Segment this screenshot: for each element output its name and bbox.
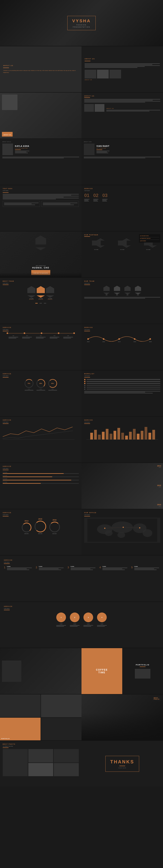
partner-name-1: LAST NAME — [92, 249, 101, 250]
slide-our-partner: OUR PARTNER LAST NAME LAST NAME LAST — [81, 231, 163, 277]
partner-hex-2 — [118, 238, 127, 248]
partner-hex-1 — [92, 238, 101, 248]
team-3-role: ART DIRECTION — [46, 299, 54, 300]
world-map — [87, 519, 157, 542]
about-us-label-left: ABOUT US — [3, 134, 11, 135]
slide-row-timeline: SERVICE Lorem Ipsum 2010 2012 — [0, 324, 163, 370]
service-progress-sublabel: Lorem Ipsum — [3, 468, 79, 469]
partner-name-2: LAST NAME — [118, 249, 127, 250]
circle-3-label: Lorem — [48, 389, 57, 390]
service-donut-label: SERVICE — [3, 512, 79, 513]
portfolio-cell-2 — [41, 694, 81, 717]
orange-circle-label-2: Lorem — [70, 623, 80, 624]
donut-3 — [49, 522, 60, 532]
item-title-2: Lorem — [39, 566, 64, 567]
slide-service-progress: SERVICE Lorem Ipsum Lorem Ipsum Lorem Ip… — [0, 463, 81, 509]
line-chart-left — [3, 425, 75, 440]
slide-cover: VYSHA FASHION PRESENTATION — [0, 0, 163, 46]
progress-item-4-label: Lorem Ipsum — [3, 482, 79, 483]
slide-service-line-left: SERVICE Lorem Ipsum — [0, 417, 81, 463]
svg-point-3 — [134, 338, 135, 340]
svg-rect-16 — [106, 429, 108, 439]
about-us-2-tag: ABOUT US — [106, 108, 160, 109]
slide-service-orange-circles: SERVICE Lorem Ipsum 1 Lorem 2 Lorem 3 Lo… — [0, 602, 163, 648]
service-num-3: 03 — [102, 193, 108, 198]
our-team-label: OUR TEAM — [84, 280, 160, 282]
slide-row-linecharts: SERVICE Lorem Ipsum SERVICE Lorem Ipsum — [0, 417, 163, 463]
portfolio-cell-4 — [41, 718, 81, 741]
donut-year-2: 2015 — [34, 518, 46, 520]
slide-row-textbox-service: TEXT BOX Lorem Ipsum SERVICE L — [0, 185, 163, 231]
svg-rect-25 — [141, 431, 143, 439]
slide-coffee-portfolio-right: COFFEE TIME PORTFOLIO — [81, 648, 163, 694]
orange-circle-label-4: Lorem — [97, 623, 107, 624]
vian-name: VIAN RADIT — [97, 145, 109, 147]
slide-profile-vian: ABOUT VIAN VIAN RADIT ART DIRECTOR — [81, 139, 163, 185]
slide-service-timeline-right: SERVICE Lorem Ipsum 2010 2012 2014 2016 … — [81, 324, 163, 370]
svg-point-2 — [118, 338, 120, 340]
vian-role: ART DIRECTOR — [97, 148, 109, 149]
orange-circle-label-3: Lorem — [83, 623, 93, 624]
svg-rect-28 — [152, 430, 155, 439]
service-timeline-label-l: SERVICE — [3, 327, 79, 328]
svg-point-4 — [150, 338, 151, 340]
worklist-label: WORKLIST — [84, 373, 160, 374]
slide-husnia: ART DIRECTION HUSNIA. CHO HIRE ME TO NAV… — [0, 231, 81, 277]
office-sublabel: Lorem Ipsum — [84, 514, 160, 515]
our-team-sublabel: Lorem Ipsum — [84, 283, 160, 284]
timeline-item-1: 2010 — [8, 335, 18, 336]
item-title-5: Lorem — [134, 566, 159, 567]
slide-row-teams: BEST TEAM Lorem Ipsum OUR NAME ART DIREC… — [0, 278, 163, 324]
svg-text:2018: 2018 — [149, 341, 152, 342]
svg-rect-26 — [144, 427, 147, 439]
svg-rect-12 — [90, 433, 93, 439]
partner-item-3: ▶ BEST BRAND — [140, 240, 159, 241]
slide-service-numbers: SERVICE Lorem Ipsum 01 02 03 — [81, 185, 163, 231]
portfolio-label-r: PORTFOLIO — [136, 664, 150, 666]
about-us-tagline: ABOUT US — [85, 79, 160, 81]
team-2-role: ART DIRECTION — [37, 299, 45, 300]
year-3: 2016 — [157, 504, 161, 505]
service-sublabel: Lorem Ipsum — [84, 190, 160, 191]
svg-rect-13 — [94, 430, 97, 439]
slide-service-bar-right: SERVICE Lorem Ipsum — [81, 417, 163, 463]
svg-point-35 — [117, 532, 125, 538]
slide-row-about2: ABOUT US ABOUT US ABOUT US — [0, 93, 163, 138]
slide-portfolio-left: PORTFOLIO — [0, 694, 81, 740]
cover-subtitle2: PRESENTATION — [72, 26, 91, 28]
item-title-4: Lorem — [103, 566, 127, 567]
about-quote: "Fashion is not something that exists in… — [3, 70, 78, 73]
numbered-2: 2 — [36, 566, 37, 569]
svg-text:2014: 2014 — [118, 341, 121, 342]
cover-title: VYSHA — [72, 19, 91, 24]
thanks-title: THANKS — [110, 759, 134, 765]
slide-row-progress: SERVICE Lorem Ipsum Lorem Ipsum Lorem Ip… — [0, 463, 163, 509]
wavy-timeline-svg: 2010 2012 2014 2016 2018 — [84, 333, 158, 343]
portfolio-box: PORTFOLIO — [122, 648, 163, 694]
donut-2 — [34, 521, 46, 532]
svg-text:2012: 2012 — [103, 341, 105, 342]
portfolio-cell-orange: PORTFOLIO — [0, 718, 40, 741]
svg-text:2010: 2010 — [87, 341, 90, 342]
husnia-name: HUSNIA. CHO — [2, 267, 79, 269]
timeline-item-5: 2018 — [63, 335, 73, 336]
svg-rect-27 — [148, 433, 151, 439]
service-donut-sublabel: Lorem Ipsum — [3, 514, 79, 515]
partner-name-3: LAST NAME — [144, 249, 153, 250]
husnia-role-label: ART DIRECTION — [2, 265, 79, 266]
service-label: SERVICE — [84, 188, 160, 189]
about-title-right: ABOUT US — [85, 58, 160, 59]
slide-row-service-worklist: SERVICE Lorem Ipsum 75% Lorem 85% Lorem … — [0, 370, 163, 416]
service-bar-sublabel-r: Lorem Ipsum — [84, 422, 160, 423]
kayla-role: FASHION DIRECTOR — [15, 148, 29, 149]
service-num-2: 02 — [93, 193, 99, 198]
service-orange-circles-sublabel: Lorem Ipsum — [4, 608, 159, 609]
slide-coffee-left — [0, 648, 81, 694]
svg-text:2016: 2016 — [134, 341, 136, 342]
slide-our-team: OUR TEAM Lorem Ipsum NAME NAME — [81, 278, 163, 324]
photo-sm-3 — [28, 763, 53, 776]
timeline-item-3: 2014 — [36, 335, 46, 336]
about-kayla-label: ABOUT KAYLA — [2, 141, 79, 143]
donut-val-1: $100,000 — [22, 533, 31, 534]
slide-row-service-office: SERVICE Lorem Ipsum 2014 $100,000 2015 $… — [0, 509, 163, 555]
